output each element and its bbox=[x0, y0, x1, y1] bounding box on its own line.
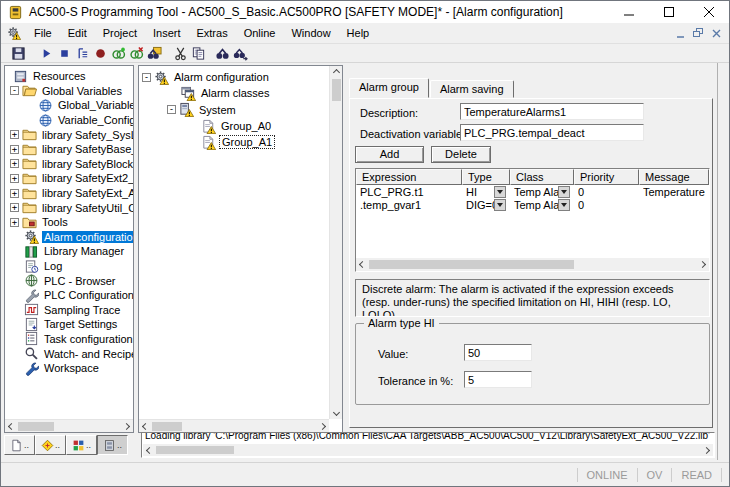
tree-item-tools[interactable]: +Tools bbox=[5, 215, 133, 230]
scroll-right-icon[interactable] bbox=[696, 258, 709, 271]
tab-alarm-saving[interactable]: Alarm saving bbox=[430, 80, 514, 98]
tree-item-library-safetyutil[interactable]: +library SafetyUtil_CoD bbox=[5, 200, 133, 215]
tree-item-library-safetyext[interactable]: +library SafetyExt_AC5 bbox=[5, 186, 133, 201]
tree-item-sampling-trace[interactable]: Sampling Trace bbox=[5, 303, 133, 318]
tree-item-global-variables[interactable]: -Global Variables bbox=[5, 84, 133, 99]
stop-button[interactable] bbox=[55, 44, 73, 62]
mdi-restore-button[interactable] bbox=[691, 27, 705, 39]
scroll-down-icon[interactable] bbox=[330, 406, 343, 419]
mdi-close-button[interactable] bbox=[709, 27, 723, 39]
tree-item-variable-configuration[interactable]: Variable_Configur bbox=[5, 113, 133, 128]
global-search-button[interactable] bbox=[145, 44, 163, 62]
toggle-breakpoint-button[interactable] bbox=[91, 44, 109, 62]
tree-item-watch-recipe-manager[interactable]: Watch- and Recipe M bbox=[5, 346, 133, 361]
scroll-thumb[interactable] bbox=[152, 422, 182, 431]
tree-item-task-configuration[interactable]: Task configuration bbox=[5, 332, 133, 347]
scroll-right-icon[interactable] bbox=[120, 420, 133, 433]
message-hscrollbar[interactable] bbox=[143, 444, 713, 456]
scroll-right-icon[interactable] bbox=[700, 444, 713, 456]
tree-item-system[interactable]: -System bbox=[139, 102, 342, 118]
tree-item-library-safetybase[interactable]: +library SafetyBase_PF bbox=[5, 142, 133, 157]
close-button[interactable] bbox=[689, 1, 729, 23]
expand-toggle[interactable]: + bbox=[10, 130, 19, 139]
tree-item-target-settings[interactable]: Target Settings bbox=[5, 317, 133, 332]
table-row[interactable]: PLC_PRG.t1 HI Temp Alarm 0 Temperature t… bbox=[356, 185, 709, 199]
tree-item-group-a1[interactable]: Group_A1 bbox=[139, 134, 342, 150]
tab-pous[interactable]: .. bbox=[4, 435, 35, 455]
menu-edit[interactable]: Edit bbox=[60, 25, 95, 41]
tree-item-global-variables-obj[interactable]: Global_Variables bbox=[5, 98, 133, 113]
menu-help[interactable]: Help bbox=[339, 25, 378, 41]
login-button[interactable] bbox=[109, 44, 127, 62]
scroll-left-icon[interactable] bbox=[139, 420, 152, 433]
collapse-toggle[interactable]: - bbox=[10, 86, 19, 95]
single-cycle-button[interactable] bbox=[73, 44, 91, 62]
class-dropdown-button[interactable] bbox=[558, 186, 570, 198]
value-input[interactable] bbox=[464, 344, 532, 361]
scroll-left-icon[interactable] bbox=[356, 258, 369, 271]
maximize-button[interactable] bbox=[649, 1, 689, 23]
expand-toggle[interactable]: + bbox=[10, 218, 19, 227]
tree-item-group-a0[interactable]: Group_A0 bbox=[139, 118, 342, 134]
deactivation-variable-input[interactable] bbox=[460, 124, 644, 141]
tree-item-log[interactable]: Log bbox=[5, 259, 133, 274]
search-button[interactable] bbox=[213, 44, 231, 62]
type-dropdown-button[interactable] bbox=[494, 199, 506, 211]
collapse-toggle[interactable]: - bbox=[167, 105, 176, 114]
tab-data-types[interactable]: .. bbox=[35, 435, 66, 455]
scroll-left-icon[interactable] bbox=[143, 444, 156, 456]
tolerance-input[interactable] bbox=[464, 371, 532, 388]
column-expression[interactable]: Expression bbox=[356, 169, 462, 185]
mdi-minimize-button[interactable] bbox=[673, 27, 687, 39]
scroll-thumb[interactable] bbox=[18, 422, 54, 431]
column-type[interactable]: Type bbox=[462, 169, 510, 185]
alarm-tree-vscrollbar[interactable] bbox=[329, 66, 342, 419]
scroll-thumb[interactable] bbox=[332, 79, 341, 101]
save-button[interactable] bbox=[9, 44, 27, 62]
column-class[interactable]: Class bbox=[510, 169, 574, 185]
minimize-button[interactable] bbox=[609, 1, 649, 23]
menu-online[interactable]: Online bbox=[236, 25, 284, 41]
tree-item-plc-browser[interactable]: PLC - Browser bbox=[5, 273, 133, 288]
tree-item-alarm-classes[interactable]: Alarm classes bbox=[139, 85, 342, 101]
expand-toggle[interactable]: + bbox=[10, 203, 19, 212]
tab-visualizations[interactable]: .. bbox=[66, 435, 97, 455]
class-dropdown-button[interactable] bbox=[558, 199, 570, 211]
menu-window[interactable]: Window bbox=[283, 25, 338, 41]
expand-toggle[interactable]: + bbox=[10, 159, 19, 168]
tree-item-library-safetyext2[interactable]: +library SafetyExt2_LV bbox=[5, 171, 133, 186]
tree-item-library-manager[interactable]: Library Manager bbox=[5, 244, 133, 259]
scroll-left-icon[interactable] bbox=[5, 420, 18, 433]
expand-toggle[interactable]: + bbox=[10, 174, 19, 183]
search-next-button[interactable] bbox=[231, 44, 249, 62]
menu-project[interactable]: Project bbox=[95, 25, 145, 41]
menu-insert[interactable]: Insert bbox=[145, 25, 189, 41]
logout-button[interactable] bbox=[127, 44, 145, 62]
tree-item-alarm-configuration[interactable]: Alarm configuration bbox=[5, 230, 133, 245]
menu-file[interactable]: File bbox=[26, 25, 60, 41]
add-button[interactable]: Add bbox=[355, 146, 424, 163]
collapse-toggle[interactable]: - bbox=[142, 73, 151, 82]
tree-item-workspace[interactable]: Workspace bbox=[5, 361, 133, 376]
column-message[interactable]: Message bbox=[639, 169, 709, 185]
tree-item-library-safetyblocks[interactable]: +library SafetyBlocks_F bbox=[5, 157, 133, 172]
scroll-right-icon[interactable] bbox=[316, 420, 329, 433]
tree-item-alarm-configuration-root[interactable]: -Alarm configuration bbox=[139, 69, 342, 85]
delete-button[interactable]: Delete bbox=[431, 146, 491, 163]
tree-item-resources[interactable]: Resources bbox=[5, 69, 133, 84]
expand-toggle[interactable]: + bbox=[10, 145, 19, 154]
type-dropdown-button[interactable] bbox=[494, 186, 506, 198]
scroll-up-icon[interactable] bbox=[330, 66, 343, 79]
table-row[interactable]: .temp_gvar1 DIG=0 Temp Alarm 0 bbox=[356, 199, 709, 213]
copy-button[interactable] bbox=[189, 44, 207, 62]
column-priority[interactable]: Priority bbox=[574, 169, 639, 185]
alarm-tree-hscrollbar[interactable] bbox=[139, 419, 329, 432]
run-button[interactable] bbox=[37, 44, 55, 62]
tree-item-library-safety-syslib[interactable]: +library Safety_SysLibT bbox=[5, 127, 133, 142]
expand-toggle[interactable]: + bbox=[10, 189, 19, 198]
tab-alarm-group[interactable]: Alarm group bbox=[349, 78, 429, 98]
tab-resources[interactable]: .. bbox=[97, 435, 128, 455]
scroll-thumb[interactable] bbox=[156, 446, 234, 454]
scroll-thumb[interactable] bbox=[369, 260, 574, 269]
description-input[interactable] bbox=[460, 103, 644, 120]
